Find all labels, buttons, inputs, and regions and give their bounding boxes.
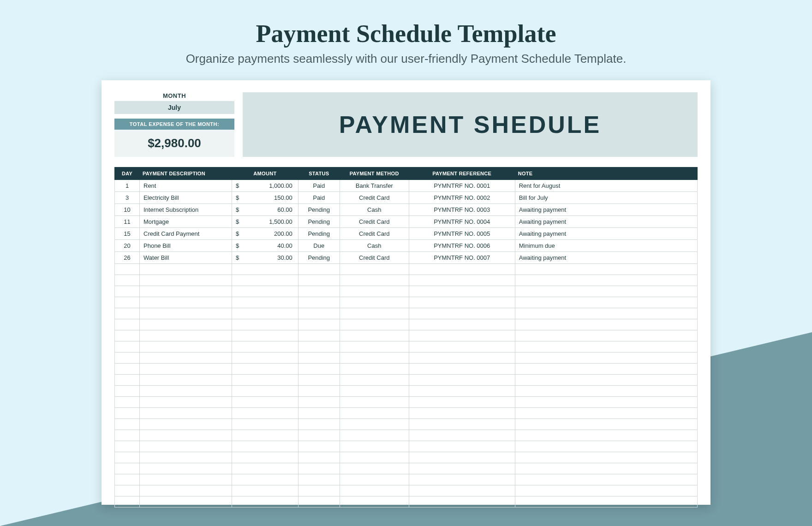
cell-empty (298, 430, 340, 441)
cell-empty (340, 286, 409, 297)
cell-empty (243, 485, 298, 496)
cell-empty (409, 364, 515, 375)
cell-amount: 30.00 (243, 252, 298, 264)
table-row-empty (115, 375, 698, 386)
cell-empty (232, 452, 243, 463)
table-row: 1Rent$1,000.00PaidBank TransferPYMNTRF N… (115, 180, 698, 192)
cell-empty (232, 297, 243, 308)
cell-empty (515, 297, 697, 308)
cell-empty (409, 319, 515, 330)
payment-table: DAY PAYMENT DESCRIPTION AMOUNT STATUS PA… (114, 167, 698, 508)
cell-empty (140, 496, 232, 508)
cell-empty (515, 341, 697, 353)
cell-empty (515, 386, 697, 397)
cell-empty (515, 408, 697, 419)
col-header-description: PAYMENT DESCRIPTION (140, 167, 232, 180)
top-block: MONTH July TOTAL EXPENSE OF THE MONTH: $… (114, 92, 698, 157)
cell-empty (298, 485, 340, 496)
cell-empty (140, 408, 232, 419)
cell-day: 20 (115, 240, 140, 252)
cell-status: Due (298, 240, 340, 252)
table-row: 15Credit Card Payment$200.00PendingCredi… (115, 228, 698, 240)
cell-empty (232, 275, 243, 286)
cell-empty (409, 496, 515, 508)
cell-empty (340, 408, 409, 419)
cell-empty (298, 264, 340, 275)
total-expense-label: TOTAL EXPENSE OF THE MONTH: (114, 119, 234, 130)
col-header-method: PAYMENT METHOD (340, 167, 409, 180)
cell-empty (515, 485, 697, 496)
table-row: 11Mortgage$1,500.00PendingCredit CardPYM… (115, 216, 698, 228)
table-row-empty (115, 275, 698, 286)
cell-empty (298, 330, 340, 341)
cell-status: Paid (298, 180, 340, 192)
cell-empty (140, 308, 232, 319)
cell-empty (232, 375, 243, 386)
table-row-empty (115, 264, 698, 275)
cell-empty (298, 319, 340, 330)
cell-empty (243, 386, 298, 397)
cell-empty (409, 386, 515, 397)
cell-empty (409, 408, 515, 419)
cell-empty (115, 319, 140, 330)
cell-empty (140, 364, 232, 375)
cell-currency: $ (232, 252, 243, 264)
cell-empty (115, 408, 140, 419)
cell-empty (409, 419, 515, 430)
table-row-empty (115, 419, 698, 430)
cell-day: 26 (115, 252, 140, 264)
cell-note: Bill for July (515, 192, 697, 204)
cell-empty (140, 319, 232, 330)
cell-empty (515, 286, 697, 297)
table-row: 3Electricity Bill$150.00PaidCredit CardP… (115, 192, 698, 204)
cell-empty (115, 419, 140, 430)
cell-empty (515, 463, 697, 474)
table-row-empty (115, 364, 698, 375)
cell-amount: 60.00 (243, 204, 298, 216)
cell-reference: PYMNTRF NO. 0003 (409, 204, 515, 216)
table-row-empty (115, 341, 698, 353)
cell-empty (140, 286, 232, 297)
cell-empty (298, 386, 340, 397)
total-expense-value: $2,980.00 (114, 130, 234, 157)
cell-empty (298, 474, 340, 485)
cell-empty (140, 463, 232, 474)
cell-empty (340, 264, 409, 275)
spreadsheet-card: MONTH July TOTAL EXPENSE OF THE MONTH: $… (102, 80, 710, 505)
cell-day: 11 (115, 216, 140, 228)
cell-empty (298, 408, 340, 419)
table-header-row: DAY PAYMENT DESCRIPTION AMOUNT STATUS PA… (115, 167, 698, 180)
table-row-empty (115, 463, 698, 474)
cell-empty (409, 275, 515, 286)
cell-currency: $ (232, 240, 243, 252)
cell-empty (298, 308, 340, 319)
cell-empty (340, 452, 409, 463)
cell-empty (140, 341, 232, 353)
cell-reference: PYMNTRF NO. 0007 (409, 252, 515, 264)
cell-description: Phone Bill (140, 240, 232, 252)
cell-empty (115, 397, 140, 408)
cell-empty (232, 319, 243, 330)
cell-empty (140, 297, 232, 308)
cell-status: Pending (298, 228, 340, 240)
cell-empty (115, 275, 140, 286)
cell-empty (409, 485, 515, 496)
cell-empty (515, 275, 697, 286)
cell-reference: PYMNTRF NO. 0001 (409, 180, 515, 192)
cell-method: Credit Card (340, 216, 409, 228)
table-row-empty (115, 386, 698, 397)
cell-reference: PYMNTRF NO. 0006 (409, 240, 515, 252)
cell-empty (243, 264, 298, 275)
cell-empty (298, 375, 340, 386)
cell-empty (340, 275, 409, 286)
cell-empty (515, 364, 697, 375)
cell-empty (115, 341, 140, 353)
summary-panel: MONTH July TOTAL EXPENSE OF THE MONTH: $… (114, 92, 234, 157)
cell-empty (340, 441, 409, 452)
cell-empty (243, 297, 298, 308)
col-header-day: DAY (115, 167, 140, 180)
cell-empty (340, 386, 409, 397)
cell-empty (340, 341, 409, 353)
cell-empty (243, 463, 298, 474)
cell-empty (243, 452, 298, 463)
